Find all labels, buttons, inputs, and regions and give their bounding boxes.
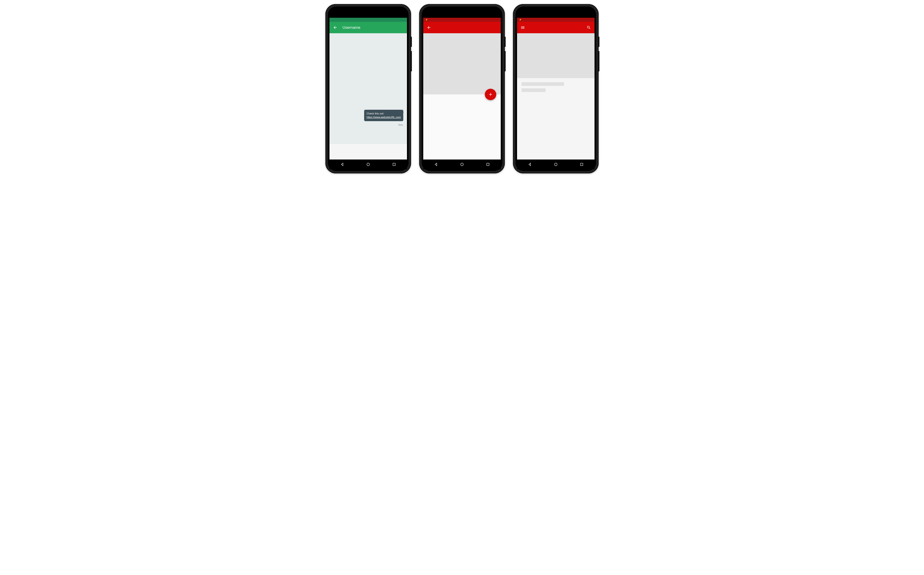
status-bar: ⚡	[423, 18, 501, 22]
triangle-back-icon	[434, 162, 438, 167]
message-link[interactable]: https://www.websiteURL.com	[366, 116, 401, 119]
device-power-button	[411, 37, 412, 47]
message-text: Check this out:	[366, 112, 384, 115]
status-bar: ⚡	[517, 18, 594, 22]
nav-home-button[interactable]	[366, 162, 371, 167]
nav-recent-button[interactable]	[579, 162, 584, 167]
device-frame-2: ⚡	[419, 4, 505, 173]
flash-icon: ⚡	[425, 19, 428, 21]
menu-button[interactable]	[520, 25, 525, 30]
circle-home-icon	[554, 162, 558, 167]
content-body	[517, 78, 594, 159]
device-frame-1: Username Check this out: https://www.web…	[325, 4, 411, 173]
status-bar	[330, 18, 407, 22]
android-navbar	[517, 159, 594, 169]
svg-rect-1	[393, 163, 395, 166]
app-bar: Username	[330, 22, 407, 33]
nav-back-button[interactable]	[340, 162, 345, 167]
skeleton-line-1	[521, 82, 564, 86]
nav-home-button[interactable]	[553, 162, 558, 167]
nav-back-button[interactable]	[528, 162, 532, 167]
back-button[interactable]	[333, 25, 338, 30]
flash-icon: ⚡	[519, 19, 521, 21]
search-button[interactable]	[586, 25, 591, 30]
svg-point-0	[367, 163, 369, 166]
header-panel	[423, 33, 501, 94]
triangle-back-icon	[528, 162, 532, 167]
nav-home-button[interactable]	[460, 162, 464, 167]
search-icon	[586, 25, 591, 30]
app-bar	[423, 22, 501, 33]
app-title: Username	[342, 25, 360, 30]
message-bubble[interactable]: Check this out: https://www.websiteURL.c…	[364, 110, 403, 121]
android-navbar	[423, 159, 501, 169]
circle-home-icon	[460, 162, 464, 167]
app-bar	[517, 22, 594, 33]
content-panel	[423, 94, 501, 159]
device-volume-button	[505, 51, 506, 71]
nav-recent-button[interactable]	[486, 162, 490, 167]
circle-home-icon	[366, 162, 370, 167]
arrow-left-icon	[333, 25, 338, 30]
square-recent-icon	[580, 162, 584, 167]
screen-chat: Username Check this out: https://www.web…	[330, 18, 407, 169]
nav-back-button[interactable]	[434, 162, 438, 167]
square-recent-icon	[486, 162, 490, 167]
compose-area[interactable]	[330, 144, 407, 159]
screen-list: ⚡	[517, 18, 594, 169]
square-recent-icon	[392, 162, 396, 167]
device-power-button	[599, 37, 599, 47]
plus-icon	[488, 92, 493, 97]
svg-point-4	[554, 163, 557, 166]
triangle-back-icon	[340, 162, 344, 167]
device-volume-button	[599, 51, 599, 71]
device-volume-button	[411, 51, 412, 71]
nav-recent-button[interactable]	[392, 162, 396, 167]
screen-fab: ⚡	[423, 18, 501, 169]
chat-body: Check this out: https://www.websiteURL.c…	[330, 33, 407, 144]
fab-add-button[interactable]	[485, 89, 496, 100]
android-navbar	[330, 159, 407, 169]
svg-rect-5	[580, 163, 583, 166]
skeleton-line-2	[521, 88, 545, 92]
arrow-left-icon	[427, 25, 431, 30]
back-button[interactable]	[426, 25, 431, 30]
device-frame-3: ⚡	[513, 4, 599, 173]
svg-point-2	[461, 163, 463, 166]
svg-rect-3	[487, 163, 489, 166]
message-timestamp: Now	[398, 124, 403, 126]
device-power-button	[505, 37, 506, 47]
hero-panel	[517, 33, 594, 78]
hamburger-menu-icon	[520, 25, 525, 30]
